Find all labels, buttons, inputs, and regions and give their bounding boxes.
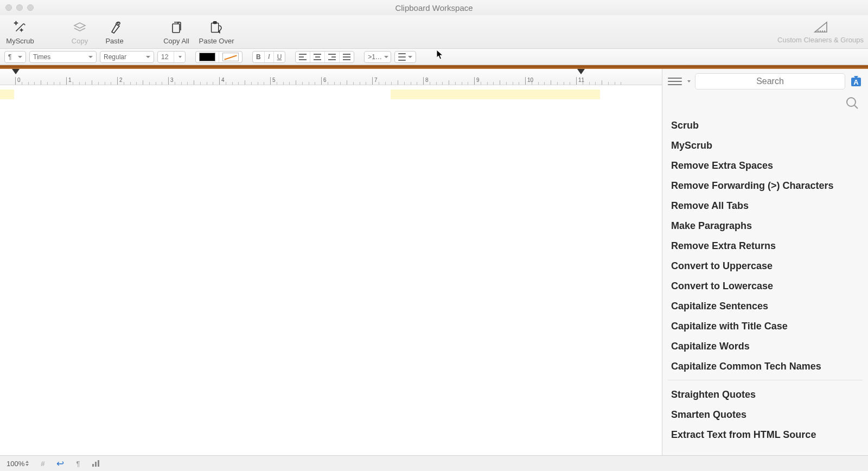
myscrub-label: MyScrub [6, 37, 34, 45]
status-hash[interactable]: # [41, 460, 44, 468]
align-center-button[interactable] [310, 52, 325, 62]
align-left-button[interactable] [296, 52, 310, 62]
paste-over-label: Paste Over [199, 37, 234, 45]
pilcrow-style-dropdown[interactable]: ¶ [4, 51, 26, 63]
status-pilcrow[interactable]: ¶ [76, 460, 80, 468]
documents-icon [168, 18, 185, 36]
italic-button[interactable]: I [265, 52, 274, 62]
svg-line-12 [854, 105, 858, 109]
paste-button[interactable]: Paste [99, 18, 130, 45]
list-view-menu[interactable] [668, 77, 682, 86]
minimize-window-button[interactable] [16, 4, 23, 11]
ruler-number: 8 [423, 77, 429, 85]
glue-icon [106, 18, 123, 36]
document-area[interactable]: 01234567891011 [0, 69, 662, 455]
svg-point-11 [847, 98, 856, 106]
align-justify-button[interactable] [340, 52, 354, 62]
cleaner-item[interactable]: Capitalize with Title Case [668, 316, 863, 336]
triangle-ruler-icon [812, 20, 829, 35]
search-magnifier-icon[interactable] [845, 96, 859, 110]
ruler-number: 6 [321, 77, 327, 85]
format-bar: ¶ Times Regular 12 B I U >1… [0, 49, 868, 65]
cleaner-item[interactable]: Capitalize Common Tech Names [668, 357, 863, 377]
highlight-region [0, 90, 14, 99]
line-spacing-dropdown[interactable]: >1… [364, 51, 391, 63]
wand-sparkles-icon [11, 18, 29, 36]
ruler-number: 4 [219, 77, 225, 85]
cleaner-sidebar: A ScrubMyScrubRemove Extra SpacesRemove … [662, 69, 868, 455]
ruler-number: 0 [15, 77, 21, 85]
svg-rect-2 [173, 24, 180, 33]
cleaner-item[interactable]: Remove All Tabs [668, 196, 863, 216]
paste-over-icon [208, 18, 225, 36]
ruler-number: 9 [474, 77, 480, 85]
text-color-well[interactable] [196, 52, 219, 62]
cleaner-item[interactable]: Convert to Uppercase [668, 256, 863, 276]
cleaner-item[interactable]: MyScrub [668, 136, 863, 156]
copy-all-button[interactable]: Copy All [161, 18, 192, 45]
cleaner-item[interactable]: Remove Extra Returns [668, 236, 863, 256]
cleaner-item[interactable]: Remove Forwarding (>) Characters [668, 176, 863, 196]
ruler-number: 2 [117, 77, 123, 85]
ruler-number: 10 [525, 77, 533, 85]
titlebar: Clipboard Workspace [0, 0, 868, 15]
bold-button[interactable]: B [253, 52, 265, 62]
cleaner-item[interactable]: Smarten Quotes [668, 405, 863, 425]
search-input[interactable] [695, 73, 845, 90]
cleaner-item[interactable]: Scrub [668, 116, 863, 136]
copy-button[interactable]: Copy [64, 18, 95, 45]
cleaner-item[interactable]: Make Paragraphs [668, 216, 863, 236]
copy-all-label: Copy All [163, 37, 189, 45]
font-family-dropdown[interactable]: Times [29, 51, 97, 63]
window-title: Clipboard Workspace [0, 3, 868, 12]
cleaner-item[interactable]: Remove Extra Spaces [668, 156, 863, 176]
svg-rect-13 [92, 464, 94, 467]
document-body[interactable] [0, 85, 662, 455]
myscrub-button[interactable]: MyScrub [4, 18, 36, 45]
svg-rect-3 [212, 23, 219, 32]
chevron-down-icon [687, 80, 691, 82]
underline-button[interactable]: U [274, 52, 285, 62]
cleaner-item[interactable]: Convert to Lowercase [668, 276, 863, 296]
status-return-icon[interactable]: ↩ [56, 458, 64, 469]
close-window-button[interactable] [5, 4, 12, 11]
font-size-stepper-down[interactable] [174, 52, 185, 62]
ruler[interactable]: 01234567891011 [0, 69, 662, 85]
svg-rect-14 [95, 462, 97, 467]
cleaner-item[interactable]: Extract Text from HTML Source [668, 425, 863, 445]
alignment-buttons [295, 51, 354, 63]
svg-rect-4 [213, 22, 216, 24]
svg-text:A: A [853, 78, 859, 86]
font-weight-dropdown[interactable]: Regular [100, 51, 154, 63]
status-bars-icon[interactable] [92, 460, 100, 467]
right-margin-marker[interactable] [577, 69, 585, 74]
zoom-window-button[interactable] [27, 4, 34, 11]
font-size-stepper[interactable]: 12 [157, 51, 186, 63]
paste-label: Paste [105, 37, 123, 45]
list-style-dropdown[interactable] [394, 51, 416, 63]
text-cleaner-icon[interactable]: A [850, 74, 863, 88]
color-wells [195, 51, 242, 63]
svg-rect-15 [98, 460, 99, 467]
left-margin-marker[interactable] [12, 69, 20, 74]
custom-cleaners-button[interactable]: Custom Cleaners & Groups [777, 20, 864, 44]
align-right-button[interactable] [325, 52, 340, 62]
copy-label: Copy [72, 37, 88, 45]
cleaner-item[interactable]: Straighten Quotes [668, 385, 863, 405]
highlight-region [391, 90, 600, 99]
cleaner-item[interactable]: Capitalize Words [668, 336, 863, 357]
svg-point-1 [118, 22, 120, 24]
ruler-number: 11 [576, 77, 584, 85]
zoom-stepper[interactable]: 100% [7, 460, 29, 468]
status-bar: 100% # ↩ ¶ [0, 455, 868, 471]
paste-over-button[interactable]: Paste Over [195, 18, 238, 45]
list-icon [398, 53, 406, 61]
copy-stack-icon [71, 18, 88, 36]
ruler-number: 7 [372, 77, 378, 85]
cleaner-item[interactable]: Capitalize Sentences [668, 296, 863, 316]
main-toolbar: MyScrub Copy Paste [0, 15, 868, 49]
stepper-arrows-icon [25, 461, 29, 466]
highlight-color-well[interactable] [219, 52, 242, 62]
ruler-number: 3 [168, 77, 174, 85]
style-buttons: B I U [252, 51, 285, 63]
